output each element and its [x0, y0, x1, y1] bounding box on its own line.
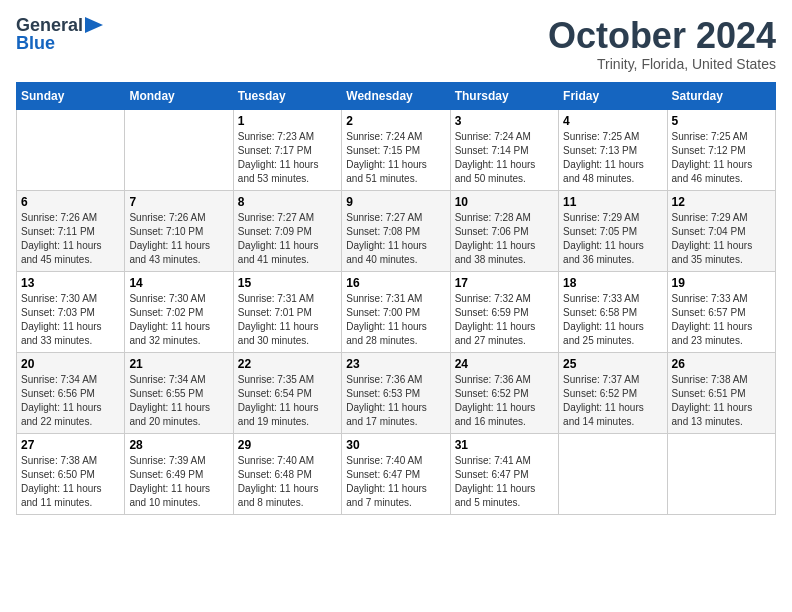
calendar-cell: 2Sunrise: 7:24 AM Sunset: 7:15 PM Daylig… — [342, 109, 450, 190]
day-info: Sunrise: 7:29 AM Sunset: 7:05 PM Dayligh… — [563, 211, 662, 267]
day-info: Sunrise: 7:26 AM Sunset: 7:10 PM Dayligh… — [129, 211, 228, 267]
calendar-cell: 27Sunrise: 7:38 AM Sunset: 6:50 PM Dayli… — [17, 433, 125, 514]
calendar-cell: 8Sunrise: 7:27 AM Sunset: 7:09 PM Daylig… — [233, 190, 341, 271]
calendar-table: SundayMondayTuesdayWednesdayThursdayFrid… — [16, 82, 776, 515]
day-number: 12 — [672, 195, 771, 209]
day-info: Sunrise: 7:24 AM Sunset: 7:14 PM Dayligh… — [455, 130, 554, 186]
day-info: Sunrise: 7:34 AM Sunset: 6:55 PM Dayligh… — [129, 373, 228, 429]
header-saturday: Saturday — [667, 82, 775, 109]
week-row-1: 1Sunrise: 7:23 AM Sunset: 7:17 PM Daylig… — [17, 109, 776, 190]
day-info: Sunrise: 7:26 AM Sunset: 7:11 PM Dayligh… — [21, 211, 120, 267]
day-number: 3 — [455, 114, 554, 128]
day-number: 10 — [455, 195, 554, 209]
calendar-cell: 14Sunrise: 7:30 AM Sunset: 7:02 PM Dayli… — [125, 271, 233, 352]
day-number: 22 — [238, 357, 337, 371]
header-row: SundayMondayTuesdayWednesdayThursdayFrid… — [17, 82, 776, 109]
week-row-5: 27Sunrise: 7:38 AM Sunset: 6:50 PM Dayli… — [17, 433, 776, 514]
day-info: Sunrise: 7:31 AM Sunset: 7:00 PM Dayligh… — [346, 292, 445, 348]
day-number: 20 — [21, 357, 120, 371]
day-number: 14 — [129, 276, 228, 290]
day-info: Sunrise: 7:23 AM Sunset: 7:17 PM Dayligh… — [238, 130, 337, 186]
day-number: 9 — [346, 195, 445, 209]
day-number: 24 — [455, 357, 554, 371]
logo-blue-text: Blue — [16, 34, 55, 54]
day-info: Sunrise: 7:27 AM Sunset: 7:09 PM Dayligh… — [238, 211, 337, 267]
day-info: Sunrise: 7:39 AM Sunset: 6:49 PM Dayligh… — [129, 454, 228, 510]
calendar-cell: 3Sunrise: 7:24 AM Sunset: 7:14 PM Daylig… — [450, 109, 558, 190]
header-wednesday: Wednesday — [342, 82, 450, 109]
day-number: 8 — [238, 195, 337, 209]
calendar-cell: 28Sunrise: 7:39 AM Sunset: 6:49 PM Dayli… — [125, 433, 233, 514]
day-info: Sunrise: 7:33 AM Sunset: 6:58 PM Dayligh… — [563, 292, 662, 348]
logo-arrow-icon — [85, 17, 103, 33]
day-number: 29 — [238, 438, 337, 452]
day-info: Sunrise: 7:41 AM Sunset: 6:47 PM Dayligh… — [455, 454, 554, 510]
day-number: 13 — [21, 276, 120, 290]
calendar-cell: 26Sunrise: 7:38 AM Sunset: 6:51 PM Dayli… — [667, 352, 775, 433]
calendar-cell: 20Sunrise: 7:34 AM Sunset: 6:56 PM Dayli… — [17, 352, 125, 433]
day-number: 23 — [346, 357, 445, 371]
day-info: Sunrise: 7:30 AM Sunset: 7:03 PM Dayligh… — [21, 292, 120, 348]
calendar-cell: 9Sunrise: 7:27 AM Sunset: 7:08 PM Daylig… — [342, 190, 450, 271]
day-info: Sunrise: 7:38 AM Sunset: 6:51 PM Dayligh… — [672, 373, 771, 429]
calendar-cell: 21Sunrise: 7:34 AM Sunset: 6:55 PM Dayli… — [125, 352, 233, 433]
header-sunday: Sunday — [17, 82, 125, 109]
calendar-cell: 12Sunrise: 7:29 AM Sunset: 7:04 PM Dayli… — [667, 190, 775, 271]
day-info: Sunrise: 7:34 AM Sunset: 6:56 PM Dayligh… — [21, 373, 120, 429]
calendar-cell: 4Sunrise: 7:25 AM Sunset: 7:13 PM Daylig… — [559, 109, 667, 190]
day-number: 17 — [455, 276, 554, 290]
week-row-4: 20Sunrise: 7:34 AM Sunset: 6:56 PM Dayli… — [17, 352, 776, 433]
day-number: 1 — [238, 114, 337, 128]
day-number: 18 — [563, 276, 662, 290]
day-number: 27 — [21, 438, 120, 452]
location: Trinity, Florida, United States — [548, 56, 776, 72]
day-info: Sunrise: 7:38 AM Sunset: 6:50 PM Dayligh… — [21, 454, 120, 510]
day-info: Sunrise: 7:40 AM Sunset: 6:47 PM Dayligh… — [346, 454, 445, 510]
day-number: 4 — [563, 114, 662, 128]
day-info: Sunrise: 7:32 AM Sunset: 6:59 PM Dayligh… — [455, 292, 554, 348]
day-number: 5 — [672, 114, 771, 128]
calendar-cell: 1Sunrise: 7:23 AM Sunset: 7:17 PM Daylig… — [233, 109, 341, 190]
day-info: Sunrise: 7:25 AM Sunset: 7:12 PM Dayligh… — [672, 130, 771, 186]
header-tuesday: Tuesday — [233, 82, 341, 109]
calendar-cell: 13Sunrise: 7:30 AM Sunset: 7:03 PM Dayli… — [17, 271, 125, 352]
day-number: 16 — [346, 276, 445, 290]
month-title: October 2024 — [548, 16, 776, 56]
calendar-cell: 31Sunrise: 7:41 AM Sunset: 6:47 PM Dayli… — [450, 433, 558, 514]
page-header: General Blue October 2024 Trinity, Flori… — [16, 16, 776, 72]
day-info: Sunrise: 7:25 AM Sunset: 7:13 PM Dayligh… — [563, 130, 662, 186]
calendar-cell: 19Sunrise: 7:33 AM Sunset: 6:57 PM Dayli… — [667, 271, 775, 352]
day-info: Sunrise: 7:24 AM Sunset: 7:15 PM Dayligh… — [346, 130, 445, 186]
logo: General Blue — [16, 16, 103, 54]
calendar-cell: 25Sunrise: 7:37 AM Sunset: 6:52 PM Dayli… — [559, 352, 667, 433]
day-number: 15 — [238, 276, 337, 290]
day-info: Sunrise: 7:35 AM Sunset: 6:54 PM Dayligh… — [238, 373, 337, 429]
day-info: Sunrise: 7:31 AM Sunset: 7:01 PM Dayligh… — [238, 292, 337, 348]
calendar-cell: 7Sunrise: 7:26 AM Sunset: 7:10 PM Daylig… — [125, 190, 233, 271]
calendar-cell: 10Sunrise: 7:28 AM Sunset: 7:06 PM Dayli… — [450, 190, 558, 271]
day-info: Sunrise: 7:33 AM Sunset: 6:57 PM Dayligh… — [672, 292, 771, 348]
calendar-cell — [559, 433, 667, 514]
day-info: Sunrise: 7:30 AM Sunset: 7:02 PM Dayligh… — [129, 292, 228, 348]
calendar-cell: 17Sunrise: 7:32 AM Sunset: 6:59 PM Dayli… — [450, 271, 558, 352]
day-number: 7 — [129, 195, 228, 209]
day-number: 30 — [346, 438, 445, 452]
day-number: 21 — [129, 357, 228, 371]
day-info: Sunrise: 7:27 AM Sunset: 7:08 PM Dayligh… — [346, 211, 445, 267]
day-number: 31 — [455, 438, 554, 452]
day-number: 26 — [672, 357, 771, 371]
header-friday: Friday — [559, 82, 667, 109]
calendar-cell: 18Sunrise: 7:33 AM Sunset: 6:58 PM Dayli… — [559, 271, 667, 352]
day-info: Sunrise: 7:40 AM Sunset: 6:48 PM Dayligh… — [238, 454, 337, 510]
day-number: 6 — [21, 195, 120, 209]
calendar-cell: 23Sunrise: 7:36 AM Sunset: 6:53 PM Dayli… — [342, 352, 450, 433]
header-thursday: Thursday — [450, 82, 558, 109]
day-info: Sunrise: 7:36 AM Sunset: 6:52 PM Dayligh… — [455, 373, 554, 429]
header-monday: Monday — [125, 82, 233, 109]
calendar-cell — [17, 109, 125, 190]
day-number: 28 — [129, 438, 228, 452]
calendar-cell: 15Sunrise: 7:31 AM Sunset: 7:01 PM Dayli… — [233, 271, 341, 352]
calendar-cell: 29Sunrise: 7:40 AM Sunset: 6:48 PM Dayli… — [233, 433, 341, 514]
calendar-cell: 11Sunrise: 7:29 AM Sunset: 7:05 PM Dayli… — [559, 190, 667, 271]
day-info: Sunrise: 7:29 AM Sunset: 7:04 PM Dayligh… — [672, 211, 771, 267]
